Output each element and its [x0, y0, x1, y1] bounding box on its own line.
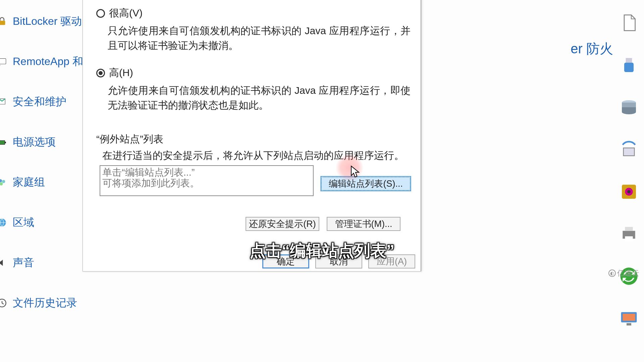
edit-site-list-button[interactable]: 编辑站点列表(S)... — [321, 177, 411, 191]
control-panel-right-icons — [617, 13, 641, 328]
watermark-text: 亿速云 — [617, 268, 639, 278]
placeholder-line: 单击“编辑站点列表...” — [102, 167, 311, 178]
radio-label: 高(H) — [109, 66, 133, 80]
very-high-description: 只允许使用来自可信颁发机构的证书标识的 Java 应用程序运行，并且可以将证书验… — [108, 23, 411, 53]
cp-label: 文件历史记录 — [13, 296, 77, 310]
manage-certificates-button[interactable]: 管理证书(M)... — [327, 217, 400, 231]
cp-label: 区域 — [13, 215, 34, 230]
svg-rect-23 — [627, 323, 631, 325]
svg-point-6 — [2, 180, 5, 183]
document-icon[interactable] — [620, 13, 638, 32]
svg-point-9 — [0, 299, 6, 307]
control-panel-left: BitLocker 驱动 RemoteApp 和 安全和维护 电源选项 家庭组 … — [0, 10, 87, 332]
svg-rect-19 — [625, 236, 633, 241]
svg-rect-4 — [5, 142, 6, 143]
cp-item-security[interactable]: 安全和维护 — [0, 90, 87, 113]
bitlocker-icon — [0, 17, 7, 26]
remoteapp-icon — [0, 57, 7, 66]
cp-label: 声音 — [13, 255, 34, 270]
cp-item-remoteapp[interactable]: RemoteApp 和 — [0, 50, 87, 73]
homegroup-icon — [0, 178, 7, 187]
tutorial-subtitle: 点击“编辑站点列表” — [250, 240, 394, 261]
power-options-icon — [0, 137, 7, 147]
security-level-very-high[interactable]: 很高(V) — [96, 6, 411, 20]
file-history-icon — [0, 298, 7, 308]
svg-point-16 — [627, 190, 630, 193]
exception-site-listbox[interactable]: 单击“编辑站点列表...” 可将项添加到此列表。 — [100, 165, 314, 196]
svg-rect-0 — [0, 21, 5, 25]
security-level-high[interactable]: 高(H) — [96, 66, 411, 80]
svg-point-7 — [0, 182, 3, 185]
cp-label: 家庭组 — [13, 175, 45, 190]
cp-label: 安全和维护 — [13, 95, 66, 109]
svg-rect-1 — [0, 59, 6, 64]
watermark-icon: ◐ — [608, 269, 616, 277]
safe-icon[interactable] — [620, 182, 638, 201]
restore-security-prompts-button[interactable]: 还原安全提示(R) — [246, 217, 319, 231]
placeholder-line: 可将项添加到此列表。 — [102, 178, 311, 189]
disk-stack-icon[interactable] — [620, 98, 638, 117]
partial-text-firewall: er 防火 — [571, 40, 613, 58]
cp-item-sound[interactable]: 声音 — [0, 251, 87, 274]
svg-point-5 — [0, 179, 2, 182]
svg-rect-3 — [0, 140, 5, 144]
svg-rect-13 — [624, 148, 635, 156]
radio-label: 很高(V) — [109, 6, 143, 20]
cp-item-region[interactable]: 区域 — [0, 211, 87, 234]
radio-icon[interactable] — [96, 9, 105, 18]
high-description: 允许使用来自可信颁发机构的证书标识的 Java 应用程序运行，即使无法验证证书的… — [108, 83, 411, 112]
cp-label: BitLocker 驱动 — [13, 14, 82, 29]
svg-rect-11 — [624, 63, 634, 72]
usb-icon[interactable] — [620, 56, 638, 74]
cp-item-bitlocker[interactable]: BitLocker 驱动 — [0, 10, 87, 33]
svg-rect-10 — [626, 58, 632, 63]
sound-icon — [0, 258, 7, 267]
cp-item-power[interactable]: 电源选项 — [0, 131, 87, 154]
wifi-router-icon[interactable] — [620, 140, 638, 159]
printer-icon[interactable] — [620, 225, 638, 243]
cp-label: 电源选项 — [13, 135, 56, 149]
exception-site-list-title: “例外站点”列表 — [96, 132, 411, 146]
exception-site-list-subtitle: 在进行适当的安全提示后，将允许从下列站点启动的应用程序运行。 — [102, 149, 411, 163]
cp-label: RemoteApp 和 — [13, 54, 83, 69]
svg-rect-22 — [623, 314, 635, 321]
region-icon — [0, 218, 7, 227]
cp-item-filehistory[interactable]: 文件历史记录 — [0, 292, 87, 314]
java-security-dialog: 很高(V) 只允许使用来自可信颁发机构的证书标识的 Java 应用程序运行，并且… — [83, 0, 421, 272]
security-maintenance-icon — [0, 97, 7, 107]
radio-icon[interactable] — [96, 69, 105, 77]
cp-item-homegroup[interactable]: 家庭组 — [0, 171, 87, 194]
svg-rect-18 — [625, 227, 633, 231]
watermark: ◐ 亿速云 — [608, 268, 639, 278]
monitor-icon[interactable] — [620, 309, 638, 328]
